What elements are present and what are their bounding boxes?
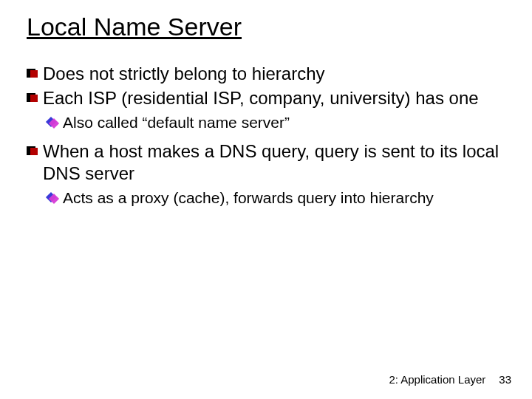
bullet-text: Does not strictly belong to hierarchy [43, 63, 505, 86]
slide-body: Does not strictly belong to hierarchy Ea… [27, 63, 505, 208]
bullet-level1: Does not strictly belong to hierarchy [27, 63, 505, 86]
footer-page-number: 33 [499, 373, 511, 386]
bullet-text: Each ISP (residential ISP, company, univ… [43, 87, 505, 110]
bullet-level2: Acts as a proxy (cache), forwards query … [27, 188, 505, 208]
slide: Local Name Server Does not strictly belo… [0, 0, 532, 399]
bullet-level2: Also called “default name server” [27, 113, 505, 133]
square-bullet-icon [27, 69, 35, 78]
bullet-level1: Each ISP (residential ISP, company, univ… [27, 87, 505, 110]
slide-footer: 2: Application Layer 33 [389, 373, 511, 386]
diamond-bullet-icon [47, 118, 55, 126]
bullet-level1: When a host makes a DNS query, query is … [27, 140, 505, 185]
square-bullet-icon [27, 93, 35, 102]
bullet-text: Also called “default name server” [63, 113, 505, 133]
slide-title: Local Name Server [27, 13, 505, 41]
footer-section: 2: Application Layer [389, 373, 485, 386]
bullet-text: Acts as a proxy (cache), forwards query … [63, 188, 505, 208]
diamond-bullet-icon [47, 194, 55, 202]
bullet-text: When a host makes a DNS query, query is … [43, 140, 505, 185]
square-bullet-icon [27, 146, 35, 155]
